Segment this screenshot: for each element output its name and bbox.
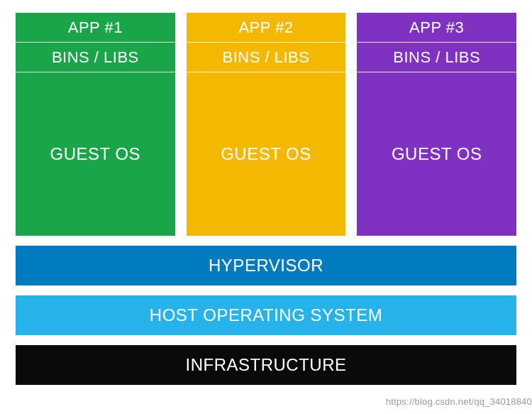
vm-column-1: APP #1 BINS / LIBS GUEST OS xyxy=(16,13,175,236)
app-label: APP #3 xyxy=(409,18,464,37)
guest-os-label: GUEST OS xyxy=(221,144,311,164)
app-label: APP #1 xyxy=(68,18,123,37)
vm-column-2: APP #2 BINS / LIBS GUEST OS xyxy=(187,13,346,236)
host-os-label: HOST OPERATING SYSTEM xyxy=(150,305,382,325)
vm-columns-row: APP #1 BINS / LIBS GUEST OS APP #2 BINS … xyxy=(16,13,516,236)
guest-os-layer: GUEST OS xyxy=(187,72,346,236)
host-os-layer: HOST OPERATING SYSTEM xyxy=(16,295,516,335)
watermark-text: https://blog.csdn.net/qq_34018840 xyxy=(386,396,532,407)
bins-libs-label: BINS / LIBS xyxy=(393,48,480,67)
bins-libs-layer: BINS / LIBS xyxy=(357,43,516,72)
guest-os-layer: GUEST OS xyxy=(357,72,516,236)
bins-libs-layer: BINS / LIBS xyxy=(187,43,346,72)
hypervisor-layer: HYPERVISOR xyxy=(16,246,516,285)
app-layer: APP #2 xyxy=(187,13,346,43)
guest-os-label: GUEST OS xyxy=(392,144,482,164)
app-label: APP #2 xyxy=(238,18,293,37)
app-layer: APP #1 xyxy=(16,13,175,43)
bins-libs-label: BINS / LIBS xyxy=(52,48,139,67)
guest-os-label: GUEST OS xyxy=(50,144,141,164)
bins-libs-label: BINS / LIBS xyxy=(223,48,310,67)
app-layer: APP #3 xyxy=(357,13,516,43)
hypervisor-label: HYPERVISOR xyxy=(209,256,323,276)
vm-column-3: APP #3 BINS / LIBS GUEST OS xyxy=(357,13,516,236)
virtualization-stack-diagram: APP #1 BINS / LIBS GUEST OS APP #2 BINS … xyxy=(0,0,532,392)
infrastructure-layer: INFRASTRUCTURE xyxy=(16,345,516,385)
bins-libs-layer: BINS / LIBS xyxy=(16,43,175,72)
infrastructure-label: INFRASTRUCTURE xyxy=(186,355,347,375)
guest-os-layer: GUEST OS xyxy=(16,72,175,236)
